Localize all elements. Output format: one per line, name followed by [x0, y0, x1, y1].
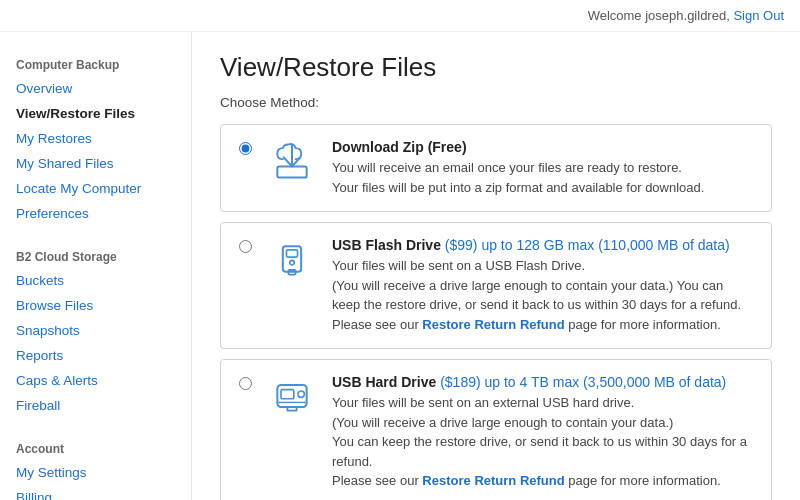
- sidebar-section-computer-backup: Computer Backup: [0, 48, 191, 76]
- icon-usb-flash: [268, 237, 316, 281]
- option-title-usb-hard: USB Hard Drive ($189) up to 4 TB max (3,…: [332, 374, 753, 390]
- sidebar-item-my-settings[interactable]: My Settings: [0, 460, 191, 485]
- sidebar-item-locate[interactable]: Locate My Computer: [0, 176, 191, 201]
- sidebar-item-billing[interactable]: Billing: [0, 485, 191, 500]
- option-card-usb-flash: USB Flash Drive ($99) up to 128 GB max (…: [220, 222, 772, 349]
- sidebar-item-view-restore[interactable]: View/Restore Files: [0, 101, 191, 126]
- svg-point-4: [290, 260, 295, 265]
- sidebar-item-fireball[interactable]: Fireball: [0, 393, 191, 418]
- svg-rect-3: [287, 250, 298, 257]
- layout: Computer Backup Overview View/Restore Fi…: [0, 32, 800, 500]
- sidebar-item-my-shared-files[interactable]: My Shared Files: [0, 151, 191, 176]
- option-desc-usb-hard: Your files will be sent on an external U…: [332, 393, 753, 491]
- sidebar-section-account: Account: [0, 432, 191, 460]
- icon-zip: [268, 139, 316, 183]
- radio-usb-flash[interactable]: [239, 240, 252, 253]
- icon-usb-hard: [268, 374, 316, 418]
- option-desc-zip: You will receive an email once your file…: [332, 158, 753, 197]
- option-title-zip: Download Zip (Free): [332, 139, 753, 155]
- option-desc-usb-flash: Your files will be sent on a USB Flash D…: [332, 256, 753, 334]
- sidebar-item-preferences[interactable]: Preferences: [0, 201, 191, 226]
- welcome-text: Welcome joseph.gildred,: [588, 8, 730, 23]
- sidebar: Computer Backup Overview View/Restore Fi…: [0, 32, 192, 500]
- option-body-usb-flash: USB Flash Drive ($99) up to 128 GB max (…: [332, 237, 753, 334]
- option-body-zip: Download Zip (Free) You will receive an …: [332, 139, 753, 197]
- usb-hard-refund-link[interactable]: Restore Return Refund: [422, 473, 564, 488]
- sidebar-item-buckets[interactable]: Buckets: [0, 268, 191, 293]
- radio-zip[interactable]: [239, 142, 252, 155]
- option-body-usb-hard: USB Hard Drive ($189) up to 4 TB max (3,…: [332, 374, 753, 491]
- sidebar-item-caps-alerts[interactable]: Caps & Alerts: [0, 368, 191, 393]
- option-card-usb-hard: USB Hard Drive ($189) up to 4 TB max (3,…: [220, 359, 772, 500]
- radio-usb-hard[interactable]: [239, 377, 252, 390]
- sidebar-item-browse-files[interactable]: Browse Files: [0, 293, 191, 318]
- page-title: View/Restore Files: [220, 52, 772, 83]
- sidebar-item-snapshots[interactable]: Snapshots: [0, 318, 191, 343]
- svg-rect-6: [281, 390, 294, 399]
- svg-point-7: [298, 391, 304, 397]
- svg-rect-0: [277, 167, 306, 178]
- sidebar-section-b2: B2 Cloud Storage: [0, 240, 191, 268]
- usb-flash-refund-link[interactable]: Restore Return Refund: [422, 317, 564, 332]
- choose-method-label: Choose Method:: [220, 95, 772, 110]
- option-title-usb-flash: USB Flash Drive ($99) up to 128 GB max (…: [332, 237, 753, 253]
- main-content: View/Restore Files Choose Method: Downlo…: [192, 32, 800, 500]
- sidebar-item-my-restores[interactable]: My Restores: [0, 126, 191, 151]
- top-bar: Welcome joseph.gildred, Sign Out: [0, 0, 800, 32]
- sidebar-item-overview[interactable]: Overview: [0, 76, 191, 101]
- sidebar-item-reports[interactable]: Reports: [0, 343, 191, 368]
- option-card-zip: Download Zip (Free) You will receive an …: [220, 124, 772, 212]
- signout-link[interactable]: Sign Out: [733, 8, 784, 23]
